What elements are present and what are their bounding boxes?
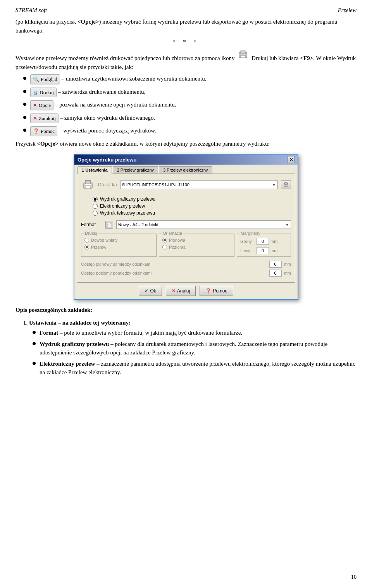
marginesy-group-label: Marginesy bbox=[239, 231, 262, 236]
format-dropdown-arrow: ▼ bbox=[285, 223, 289, 227]
sub-bullet-dot bbox=[33, 331, 36, 334]
format-row: Format 📄 Nowy - A4 - 2 odcinki ▼ bbox=[81, 220, 291, 229]
format-value: Nowy - A4 - 2 odcinki bbox=[118, 222, 158, 227]
tab-przelew-elektroniczny[interactable]: 3 Przelew elektroniczny bbox=[159, 166, 212, 174]
svg-rect-8 bbox=[285, 182, 287, 184]
header-left: STREAM soft bbox=[16, 7, 47, 14]
dialog-tabs: 1 Ustawienia 2 Przelew graficzny 3 Przel… bbox=[74, 165, 298, 174]
dialog-opcje: Opcje wydruku przelewu ✕ 1 Ustawienia 2 … bbox=[74, 154, 298, 300]
sub-bullet-dot bbox=[33, 362, 36, 365]
opcje-button-icon: ✕ Opcje bbox=[30, 100, 53, 110]
sub-bullet-dot bbox=[33, 342, 36, 345]
help-button[interactable]: ❓ Pomoc bbox=[200, 286, 233, 296]
intro-text: (po kliknięciu na przycisk <Opcje>) może… bbox=[16, 17, 356, 35]
podglad-button-icon: 🔍 Podgląd bbox=[30, 74, 60, 84]
tab-ustawienia[interactable]: 1 Ustawienia bbox=[78, 166, 112, 174]
svg-rect-2 bbox=[241, 55, 245, 58]
spacing-pionowy-unit: mm bbox=[284, 262, 291, 266]
spacing-poziomy-input[interactable] bbox=[269, 270, 282, 277]
radio-przelew[interactable]: Przelew bbox=[84, 245, 153, 249]
margin-lewy-row: Lewy mm bbox=[240, 247, 288, 254]
margin-lewy-input[interactable] bbox=[257, 247, 269, 254]
spacing-section: Odstęp pionowy pomiędzy odcinkami mm Ods… bbox=[81, 261, 291, 277]
button-list: 🔍 Podgląd – umożliwia użytkownikowi zoba… bbox=[23, 74, 356, 136]
printer-icon-box bbox=[81, 178, 95, 192]
drukuj-group: Drukuj Dowód wpłaty Przelew bbox=[81, 234, 157, 257]
radio-label-dowod: Dowód wpłaty bbox=[91, 238, 117, 242]
spacing-pionowy-row: Odstęp pionowy pomiędzy odcinkami mm bbox=[81, 261, 291, 268]
header: STREAM soft Przelew bbox=[16, 7, 356, 14]
help-label: Pomoc bbox=[213, 288, 227, 294]
sub-bullet-elektroniczny: Elektroniczny przelew – zaznaczenie para… bbox=[33, 359, 356, 377]
printer-label: Drukarka bbox=[98, 182, 117, 187]
section1-text: Wystawione przelewy możemy również druko… bbox=[16, 49, 356, 71]
stars: * * * bbox=[16, 39, 356, 45]
radio-circle-pozioma bbox=[162, 245, 167, 249]
printer-value: \\HPHOTLINEPCB\PS1-HP-LJ1100 bbox=[122, 182, 189, 187]
svg-rect-6 bbox=[85, 184, 91, 185]
drukuj-group-label: Drukuj bbox=[84, 231, 98, 236]
page-number: 10 bbox=[351, 574, 356, 580]
svg-rect-1 bbox=[241, 51, 245, 54]
format-select[interactable]: Nowy - A4 - 2 odcinki ▼ bbox=[116, 220, 291, 229]
margin-lewy-label: Lewy bbox=[240, 248, 255, 253]
bullet-item-opcje: ✕ Opcje – pozwala na ustawienie opcji wy… bbox=[23, 100, 356, 110]
printer-select[interactable]: \\HPHOTLINEPCB\PS1-HP-LJ1100 ▼ bbox=[120, 181, 278, 189]
radio-wydruk-graficzny[interactable]: Wydruk graficzny przelewu bbox=[93, 196, 291, 202]
dialog-close-button[interactable]: ✕ bbox=[288, 156, 294, 163]
radio-elektroniczny-przelew[interactable]: Elektroniczny przelew bbox=[93, 203, 291, 209]
options-panel: Drukuj Dowód wpłaty Przelew Orientacja bbox=[81, 234, 291, 257]
cancel-button[interactable]: ✕ Anuluj bbox=[166, 286, 196, 296]
sub-bullet-text-format: Format – pole to umożliwia wybór formatu… bbox=[40, 328, 242, 337]
bullet-item-drukuj: 🖨 Drukuj – zatwierdza drukowanie dokumen… bbox=[23, 88, 356, 98]
radio-circle-dowod bbox=[84, 238, 89, 242]
pomoc-button-icon: ❓ Pomoc bbox=[30, 126, 57, 136]
radio-circle-pionowa bbox=[162, 238, 167, 242]
radio-label-tekstowy: Wydruk tekstowy przelewu bbox=[100, 210, 155, 216]
dialog-titlebar: Opcje wydruku przelewu ✕ bbox=[74, 155, 298, 165]
radio-dowod-wplaty[interactable]: Dowód wpłaty bbox=[84, 238, 153, 242]
sub-bullet-text-wydruk-graficzny: Wydruk graficzny przelewu – polecany dla… bbox=[40, 340, 356, 357]
cancel-label: Anuluj bbox=[177, 288, 190, 294]
radio-label-wydruk-graficzny: Wydruk graficzny przelewu bbox=[100, 196, 155, 202]
bullet-item-zamknij: ✕ Zamknij – zamyka okno wydruku definiow… bbox=[23, 113, 356, 124]
sub-bullet-list-1: Format – pole to umożliwia wybór formatu… bbox=[33, 328, 356, 377]
ok-label: Ok bbox=[150, 288, 156, 294]
section2-text: Przycisk <Opcje> otwiera nowe okno z zak… bbox=[16, 139, 356, 148]
printer-icon bbox=[82, 179, 94, 191]
bullet-dot bbox=[23, 103, 26, 106]
spacing-poziomy-row: Odstęp poziomy pomiędzy odcinkami mm bbox=[81, 270, 291, 277]
pomoc-desc: – wyświetla pomoc dotyczącą wydruków. bbox=[59, 127, 156, 134]
orientacja-group: Orientacja Pionowa Pozioma bbox=[159, 234, 234, 257]
spacing-pionowy-label: Odstęp pionowy pomiędzy odcinkami bbox=[81, 262, 267, 266]
radio-circle-wydruk-graficzny bbox=[93, 197, 98, 202]
zamknij-desc: – zamyka okno wydruku definiowanego, bbox=[60, 115, 155, 121]
printer-prop-icon bbox=[283, 182, 289, 187]
header-right: Przelew bbox=[338, 7, 356, 14]
bullet-item-podglad: 🔍 Podgląd – umożliwia użytkownikowi zoba… bbox=[23, 74, 356, 84]
margin-gorny-input[interactable] bbox=[257, 238, 269, 245]
cancel-icon: ✕ bbox=[172, 288, 176, 294]
zamknij-button-icon: ✕ Zamknij bbox=[30, 113, 59, 124]
format-icon: 📄 bbox=[105, 221, 113, 229]
podglad-desc: – umożliwia użytkownikowi zobaczenie wyd… bbox=[61, 76, 206, 82]
ok-icon: ✔ bbox=[145, 288, 148, 294]
spacing-pionowy-input[interactable] bbox=[269, 261, 282, 268]
printer-properties-button[interactable] bbox=[281, 181, 291, 189]
radio-pionowa[interactable]: Pionowa bbox=[162, 238, 231, 242]
bullet-dot bbox=[23, 77, 26, 80]
ok-button[interactable]: ✔ Ok bbox=[139, 286, 162, 296]
radio-circle-przelew bbox=[84, 245, 89, 249]
radio-wydruk-tekstowy[interactable]: Wydruk tekstowy przelewu bbox=[93, 210, 291, 216]
radio-pozioma[interactable]: Pozioma bbox=[162, 245, 231, 249]
printer-dropdown-arrow: ▼ bbox=[272, 183, 276, 187]
bullet-dot bbox=[23, 129, 26, 132]
radio-circle-tekstowy bbox=[93, 211, 98, 216]
dialog-buttons: ✔ Ok ✕ Anuluj ❓ Pomoc bbox=[74, 283, 298, 299]
tab-przelew-graficzny[interactable]: 2 Przelew graficzny bbox=[113, 166, 158, 174]
radio-label-elektroniczny: Elektroniczny przelew bbox=[100, 203, 145, 209]
radio-label-pozioma: Pozioma bbox=[169, 245, 186, 249]
spacing-poziomy-unit: mm bbox=[284, 271, 291, 275]
format-label: Format bbox=[81, 222, 102, 227]
numbered-list: 1. Ustawienia – na zakładce tej wybieram… bbox=[23, 318, 356, 377]
